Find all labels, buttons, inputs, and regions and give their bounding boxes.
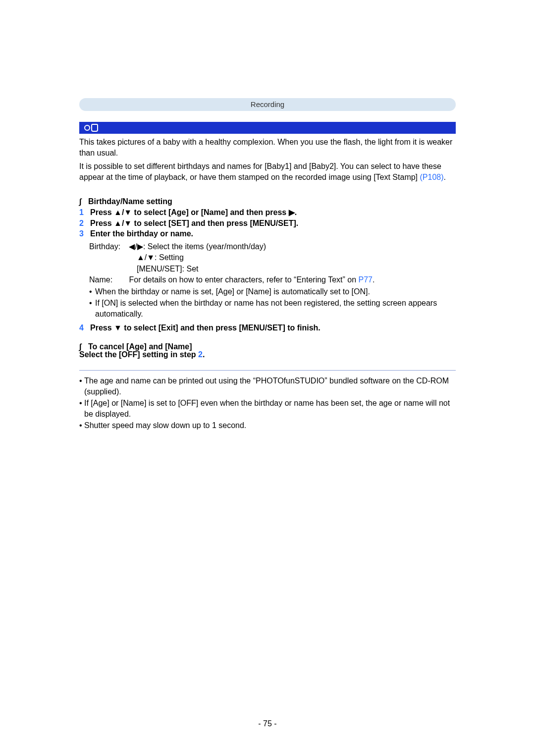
step-4-text: Press ▼ to select [Exit] and then press … xyxy=(90,323,321,333)
step3-details: Birthday: ◀/▶: Select the items (year/mo… xyxy=(89,241,456,286)
baby-icon xyxy=(84,124,98,132)
name-text-a: For details on how to enter characters, … xyxy=(129,275,358,284)
bullet-dot: • xyxy=(89,286,95,297)
note-2: If [Age] or [Name] is set to [OFF] even … xyxy=(84,398,456,420)
birthday-rule-2: ▲/▼: Setting xyxy=(137,253,184,262)
step-number: 3 xyxy=(79,228,90,239)
intro-paragraph-1: This takes pictures of a baby with a hea… xyxy=(79,137,456,158)
name-label: Name: xyxy=(89,274,127,285)
step-3-text: Enter the birthday or name. xyxy=(90,228,193,239)
intro-p2-a: It is possible to set different birthday… xyxy=(79,162,441,181)
note-3: Shutter speed may slow down up to 1 seco… xyxy=(84,420,246,431)
step-number: 4 xyxy=(79,323,90,333)
bullet-1: When the birthday or name is set, [Age] … xyxy=(95,286,370,297)
name-text-b: . xyxy=(373,275,374,284)
section-header: Recording xyxy=(79,98,456,111)
intro-p2-b: . xyxy=(444,173,446,181)
bullet-dot: • xyxy=(79,376,84,398)
step-number: 1 xyxy=(79,207,90,218)
setting-heading: Birthday/Name setting xyxy=(88,196,172,207)
cancel-step-ref: 2 xyxy=(198,350,203,359)
step-1-text: Press ▲/▼ to select [Age] or [Name] and … xyxy=(90,207,297,218)
page: Recording This takes pictures of a baby … xyxy=(0,0,535,756)
mode-title-bar xyxy=(79,122,456,134)
cancel-b: . xyxy=(203,350,205,359)
step-2-text: Press ▲/▼ to select [SET] and then press… xyxy=(90,218,298,229)
square-bullet: ∫ xyxy=(79,196,88,207)
step3-notes: • When the birthday or name is set, [Age… xyxy=(89,286,456,320)
bullet-dot: • xyxy=(79,420,84,431)
birthday-rule-1: ◀/▶: Select the items (year/month/day) xyxy=(129,242,266,251)
birthday-label: Birthday: xyxy=(89,241,127,252)
birthday-name-setting: ∫ Birthday/Name setting 1 Press ▲/▼ to s… xyxy=(79,196,456,333)
cancel-heading: To cancel [Age] and [Name] xyxy=(88,342,192,351)
bullet-2: If [ON] is selected when the birthday or… xyxy=(95,298,456,320)
bullet-dot: • xyxy=(79,398,84,420)
link-p77[interactable]: P77 xyxy=(359,275,373,284)
divider xyxy=(79,370,456,371)
cancel-instruction: Select the [OFF] setting in step 2. xyxy=(79,350,456,359)
cancel-a: Select the [OFF] setting in step xyxy=(79,350,198,359)
footer-notes: • The age and name can be printed out us… xyxy=(79,376,456,431)
note-1: The age and name can be printed out usin… xyxy=(84,376,456,398)
bullet-dot: • xyxy=(89,298,95,320)
link-p108[interactable]: (P108) xyxy=(420,173,444,181)
page-number: - 75 - xyxy=(0,719,535,728)
intro-paragraph-2: It is possible to set different birthday… xyxy=(79,161,456,182)
birthday-rule-3: [MENU/SET]: Set xyxy=(137,265,198,273)
step-number: 2 xyxy=(79,218,90,229)
